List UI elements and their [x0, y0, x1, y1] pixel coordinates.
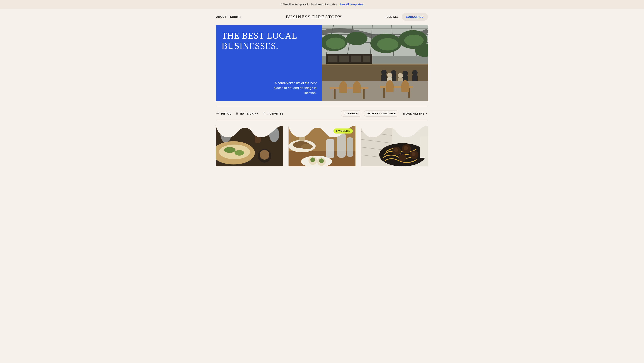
- svg-point-53: [269, 127, 279, 142]
- hero-image: [322, 25, 428, 101]
- more-filters-label: MORE FILTERS: [403, 112, 424, 115]
- category-activities[interactable]: ACTIVITIES: [262, 112, 283, 116]
- svg-point-82: [412, 152, 416, 156]
- svg-point-12: [346, 32, 368, 45]
- filter-pills: TAKEAWAY DELIVERY AVAILABLE MORE FILTERS: [341, 110, 428, 117]
- svg-point-49: [234, 150, 244, 156]
- chevron-down-icon: [426, 112, 428, 115]
- listing-card[interactable]: FAVOURITE: [288, 126, 356, 166]
- svg-point-34: [387, 73, 392, 78]
- svg-rect-19: [322, 64, 428, 81]
- svg-rect-83: [420, 136, 428, 158]
- svg-point-48: [224, 147, 236, 153]
- category-retail[interactable]: RETAIL: [216, 112, 232, 116]
- svg-point-64: [319, 158, 324, 163]
- site-header: ABOUT SUBMIT BUSINESS DIRECTORY SEE ALL …: [216, 9, 428, 25]
- category-tabs: RETAIL EAT & DRINK ACTIVITIES: [216, 112, 283, 116]
- subscribe-button[interactable]: SUBSCRIBE: [402, 13, 428, 21]
- svg-point-36: [398, 73, 403, 78]
- filter-delivery[interactable]: DELIVERY AVAILABLE: [364, 110, 399, 117]
- favourite-badge: FAVOURITE: [334, 128, 353, 134]
- svg-rect-67: [346, 138, 353, 157]
- svg-rect-25: [363, 56, 370, 62]
- filter-takeaway[interactable]: TAKEAWAY: [341, 110, 362, 117]
- svg-point-81: [404, 146, 408, 150]
- category-label: EAT & DRINK: [240, 112, 259, 115]
- svg-point-32: [412, 70, 418, 76]
- svg-rect-38: [322, 81, 428, 101]
- hero-subtitle: A hand-picked list of the best places to…: [272, 81, 316, 96]
- svg-point-79: [399, 154, 406, 162]
- svg-point-17: [377, 38, 398, 50]
- svg-rect-20: [322, 64, 428, 65]
- svg-point-59: [301, 144, 313, 150]
- listing-image: [216, 126, 283, 166]
- listing-image: [361, 126, 428, 166]
- hero-title: THE BEST LOCAL BUSINESSES.: [222, 31, 316, 51]
- svg-rect-39: [330, 87, 368, 89]
- hanger-icon: [216, 112, 220, 116]
- hero: THE BEST LOCAL BUSINESSES. A hand-picked…: [216, 25, 428, 101]
- nav-about-link[interactable]: ABOUT: [216, 15, 226, 18]
- svg-rect-52: [255, 128, 261, 143]
- svg-rect-22: [328, 56, 338, 62]
- svg-rect-65: [326, 139, 334, 158]
- nav-right: SEE ALL SUBSCRIBE: [386, 13, 428, 21]
- more-filters-toggle[interactable]: MORE FILTERS: [403, 112, 428, 115]
- svg-point-47: [219, 144, 250, 159]
- svg-rect-43: [383, 88, 385, 98]
- svg-point-30: [402, 71, 408, 76]
- svg-point-18: [404, 35, 424, 46]
- svg-rect-68: [299, 128, 305, 141]
- nav-left: ABOUT SUBMIT: [216, 15, 241, 18]
- svg-rect-27: [381, 74, 387, 82]
- listing-card[interactable]: [216, 126, 283, 166]
- svg-rect-24: [351, 56, 361, 62]
- svg-rect-40: [334, 89, 336, 99]
- announcement-text: A Webflow template for business director…: [281, 3, 337, 6]
- hero-text-panel: THE BEST LOCAL BUSINESSES. A hand-picked…: [216, 25, 322, 101]
- utensils-icon: [235, 112, 239, 116]
- filter-bar: RETAIL EAT & DRINK ACTIVITIES TAKEAWAY D…: [216, 106, 428, 120]
- svg-point-51: [260, 150, 269, 160]
- svg-rect-23: [340, 56, 349, 62]
- sparkle-icon: [262, 112, 266, 116]
- announcement-bar: A Webflow template for business director…: [0, 0, 644, 9]
- svg-point-26: [381, 70, 387, 75]
- nav-see-all-link[interactable]: SEE ALL: [386, 15, 398, 18]
- category-label: RETAIL: [221, 112, 232, 115]
- svg-rect-66: [337, 132, 346, 158]
- svg-point-80: [394, 148, 398, 152]
- site-logo[interactable]: BUSINESS DIRECTORY: [286, 14, 342, 20]
- nav-submit-link[interactable]: SUBMIT: [230, 15, 241, 18]
- listing-grid: FAVOURITE: [216, 126, 428, 166]
- svg-rect-41: [363, 89, 364, 99]
- svg-point-54: [220, 126, 231, 142]
- svg-point-16: [326, 38, 345, 49]
- see-all-templates-link[interactable]: See all templates: [340, 3, 364, 6]
- listing-card[interactable]: [361, 126, 428, 166]
- svg-point-62: [310, 158, 315, 162]
- category-label: ACTIVITIES: [268, 112, 283, 115]
- category-eat-drink[interactable]: EAT & DRINK: [235, 112, 259, 116]
